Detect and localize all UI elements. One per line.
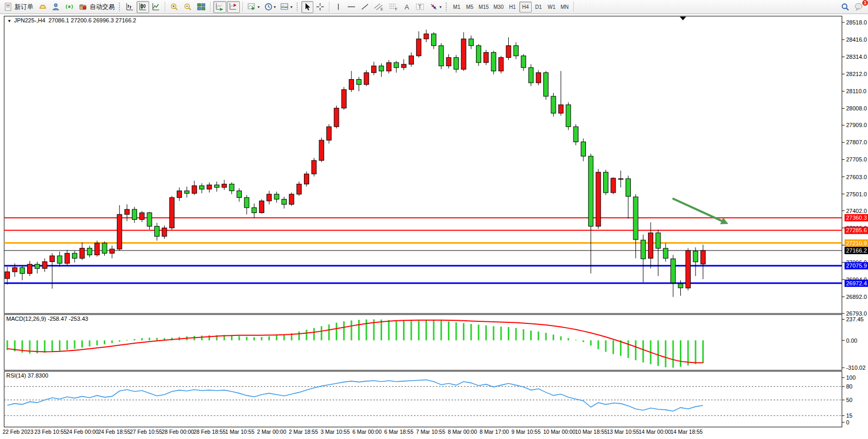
- candle-body: [80, 248, 84, 258]
- candle-body: [604, 172, 608, 193]
- market-watch-button[interactable]: [36, 1, 49, 13]
- text-label-button[interactable]: T: [413, 1, 427, 13]
- timeframe-mn[interactable]: MN: [558, 2, 571, 12]
- dropdown-arrow-icon: ▾: [290, 5, 292, 9]
- zoom-in-button[interactable]: [168, 1, 181, 13]
- chart-shift-button[interactable]: [227, 1, 240, 13]
- macd-histogram-bar: [441, 320, 442, 340]
- timeframe-w1[interactable]: W1: [545, 2, 558, 12]
- candle-body: [431, 34, 436, 46]
- candle-body: [626, 179, 631, 196]
- timeframe-d1[interactable]: D1: [532, 2, 545, 12]
- macd-histogram-bar: [66, 341, 68, 350]
- candle-body: [596, 172, 601, 227]
- auto-scroll-button[interactable]: [213, 1, 226, 13]
- trendline-button[interactable]: [359, 1, 371, 13]
- periods-button[interactable]: ▾: [262, 1, 278, 13]
- candle-body: [566, 105, 571, 127]
- candle-body: [162, 228, 167, 236]
- candle-body: [379, 66, 384, 71]
- fibonacci-icon: F: [388, 3, 398, 11]
- macd-histogram-bar: [702, 341, 704, 363]
- timeframe-m15[interactable]: M15: [476, 2, 491, 12]
- crosshair-icon: [316, 3, 324, 11]
- candle-body: [686, 250, 690, 288]
- indicators-icon: [248, 3, 256, 11]
- autotrade-icon: [79, 3, 88, 11]
- candle-body: [5, 272, 10, 279]
- toolbar-separator: [329, 2, 329, 12]
- candlestick-chart-button[interactable]: [137, 1, 149, 13]
- timeframe-m1[interactable]: M1: [450, 2, 463, 12]
- new-order-button[interactable]: 新订单: [2, 1, 35, 13]
- arrows-button[interactable]: ▾: [427, 1, 444, 13]
- autotrade-button[interactable]: 自动交易: [77, 1, 117, 13]
- line-chart-button[interactable]: [150, 1, 162, 13]
- equidistant-channel-button[interactable]: E: [372, 1, 386, 13]
- horizontal-line-button[interactable]: [345, 1, 358, 13]
- main-panel[interactable]: [4, 16, 842, 313]
- candle-body: [476, 46, 481, 62]
- macd-histogram-bar: [149, 337, 150, 340]
- candle-body: [506, 46, 511, 58]
- fibonacci-button[interactable]: F: [386, 1, 400, 13]
- macd-histogram-bar: [478, 324, 480, 340]
- candle-body: [327, 127, 332, 140]
- time-axis-label: 1 Mar 10:55: [225, 429, 254, 435]
- text-button[interactable]: A: [401, 1, 413, 13]
- timeframe-h4[interactable]: H4: [519, 2, 532, 12]
- timeframe-m30[interactable]: M30: [492, 2, 506, 12]
- notifications-button[interactable]: 1: [852, 1, 866, 13]
- candle-body: [349, 80, 354, 90]
- macd-histogram-bar: [493, 326, 494, 340]
- timeframe-h1[interactable]: H1: [506, 2, 519, 12]
- bar-chart-button[interactable]: [124, 1, 136, 13]
- tile-windows-button[interactable]: [195, 1, 207, 13]
- macd-histogram-bar: [628, 341, 629, 358]
- search-button[interactable]: [839, 1, 852, 13]
- macd-panel[interactable]: [4, 315, 842, 370]
- zoom-out-icon: [184, 3, 192, 11]
- signals-button[interactable]: [63, 1, 76, 13]
- candle-body: [357, 80, 361, 85]
- chart-ohlc-title: ▼JPN225-,H4 27086.1 27200.6 26996.3 2716…: [7, 17, 136, 23]
- accounts-button[interactable]: [50, 1, 63, 13]
- macd-histogram-bar: [590, 341, 592, 346]
- macd-histogram-bar: [59, 341, 60, 351]
- candle-body: [192, 186, 197, 194]
- candle-body: [237, 191, 241, 197]
- candlestick-chart-icon: [139, 3, 147, 11]
- macd-histogram-bar: [231, 335, 233, 340]
- price-level-badge-label: 27075.9: [846, 262, 867, 269]
- toolbar-grip: [296, 2, 299, 11]
- time-axis-label: 6 Mar 18:55: [384, 429, 413, 435]
- templates-button[interactable]: ▾: [278, 1, 295, 13]
- time-axis-label: 24 Feb 18:55: [98, 429, 130, 435]
- macd-histogram-bar: [620, 341, 621, 356]
- macd-histogram-bar: [238, 336, 240, 340]
- candle-body: [656, 233, 661, 248]
- macd-histogram-bar: [418, 321, 420, 341]
- svg-text:E: E: [381, 7, 383, 11]
- crosshair-button[interactable]: [314, 1, 326, 13]
- candle-body: [177, 191, 182, 197]
- candle-body: [491, 53, 496, 71]
- macd-histogram-bar: [396, 320, 397, 340]
- candle-body: [244, 197, 249, 207]
- svg-text:A: A: [405, 3, 409, 11]
- vertical-line-button[interactable]: [332, 1, 344, 13]
- candle-body: [663, 248, 668, 258]
- macd-histogram-bar: [545, 333, 547, 340]
- zoom-out-button[interactable]: [181, 1, 194, 13]
- candle-body: [701, 250, 705, 264]
- candle-body: [95, 243, 100, 255]
- toolbar-separator: [210, 2, 211, 12]
- macd-histogram-bar: [456, 322, 457, 341]
- cursor-button[interactable]: [301, 1, 313, 13]
- macd-histogram-bar: [298, 332, 300, 341]
- time-axis-label: 7 Mar 10:55: [416, 429, 445, 435]
- y-tick-label: 28518.0: [846, 19, 867, 26]
- chart-area[interactable]: 28518.028416.028314.028212.028110.028008…: [0, 14, 868, 439]
- timeframe-m5[interactable]: M5: [463, 2, 476, 12]
- indicators-button[interactable]: ▾: [246, 1, 262, 13]
